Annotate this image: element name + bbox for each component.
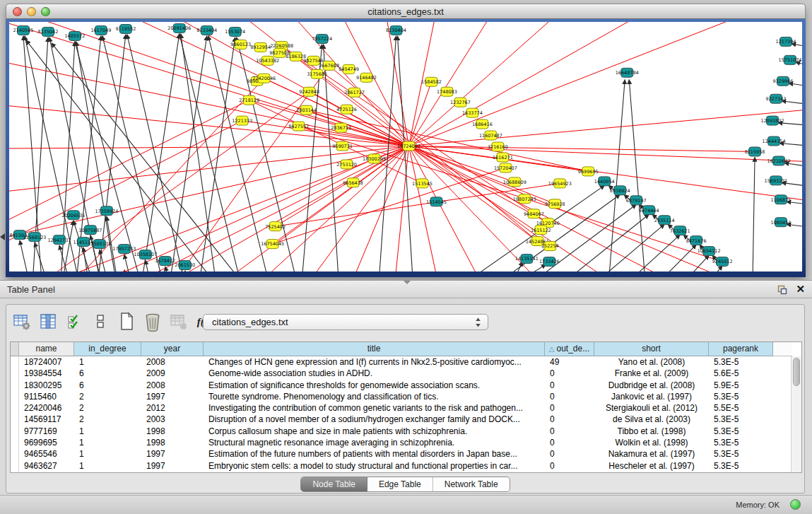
graph-node[interactable]: 1514545 — [426, 197, 447, 206]
cell-year[interactable]: 2012 — [141, 402, 204, 414]
graph-node[interactable]: 1553074 — [225, 27, 245, 36]
cell-in-degree[interactable]: 1 — [74, 437, 141, 448]
graph-node[interactable]: 1584582 — [421, 77, 442, 86]
cell-short[interactable]: Yano et al. (2008) — [594, 356, 709, 368]
header-year[interactable]: year — [141, 342, 204, 356]
graph-node[interactable]: 6879197 — [626, 196, 647, 205]
graph-node[interactable]: 2753120 — [336, 160, 357, 169]
header-name[interactable]: name — [19, 342, 74, 356]
cell-title[interactable]: Estimation of significance thresholds fo… — [204, 380, 545, 391]
cell-in-degree[interactable]: 1 — [74, 448, 141, 460]
cell-year[interactable]: 1997 — [141, 448, 204, 460]
cell-short[interactable]: Dudbridge et al. (2008) — [594, 380, 709, 391]
graph-node[interactable]: 15751074 — [779, 55, 802, 64]
cell-year[interactable]: 1998 — [141, 437, 204, 448]
graph-node[interactable]: 16648784 — [616, 68, 639, 77]
graph-node[interactable]: 7525402 — [265, 222, 286, 231]
graph-node[interactable]: 1617049 — [90, 25, 111, 35]
memory-ok-icon[interactable] — [790, 499, 801, 510]
graph-node[interactable]: 1217394 — [776, 37, 796, 46]
cell-out-degree[interactable]: 0 — [545, 391, 594, 402]
cell-pagerank[interactable]: 5.9E-5 — [709, 380, 773, 391]
table-row[interactable]: 977716911998Corpus callosum shape and si… — [11, 426, 801, 437]
table-select-combobox[interactable]: citations_edges.txt — [203, 314, 488, 330]
cell-title[interactable]: Estimation of the future numbers of pati… — [204, 448, 545, 460]
cell-year[interactable]: 2008 — [141, 380, 204, 391]
graph-node[interactable]: 15720407 — [494, 163, 517, 173]
header-out-degree[interactable]: △out_de... — [545, 342, 594, 356]
cell-in-degree[interactable]: 2 — [74, 391, 141, 402]
graph-node[interactable]: 1633774 — [462, 108, 483, 117]
cell-pagerank[interactable]: 5.3E-5 — [709, 426, 773, 437]
cell-title[interactable]: Investigating the contribution of common… — [204, 402, 545, 414]
cell-name[interactable]: 9699695 — [19, 437, 74, 448]
graph-node[interactable]: 12093832 — [761, 116, 784, 125]
cell-short[interactable]: Hescheler et al. (1997) — [594, 460, 709, 472]
cell-year[interactable]: 1998 — [141, 426, 204, 437]
cell-name[interactable]: 19384554 — [19, 368, 74, 379]
graph-node[interactable]: 9756928 — [545, 199, 565, 209]
graph-node[interactable]: 10358107 — [134, 250, 157, 259]
table-row[interactable]: 1938455462009Genome-wide association stu… — [11, 368, 801, 379]
cell-pagerank[interactable]: 5.3E-5 — [709, 414, 773, 425]
table-row[interactable]: 946554611997Estimation of the future num… — [11, 448, 801, 460]
cell-pagerank[interactable]: 5.3E-5 — [709, 391, 773, 402]
graph-node[interactable]: 9590731 — [332, 141, 353, 151]
header-pagerank[interactable]: pagerank — [709, 342, 773, 356]
cell-out-degree[interactable]: 0 — [545, 460, 594, 472]
cell-title[interactable]: Changes of HCN gene expression and I(f) … — [204, 356, 545, 368]
graph-node[interactable]: 15693231 — [765, 176, 788, 185]
cell-pagerank[interactable]: 5.3E-5 — [709, 460, 773, 472]
graph-node[interactable]: 16210643 — [767, 156, 791, 165]
graph-node[interactable]: 9474444 — [639, 206, 659, 215]
graph-node[interactable]: 1221333 — [232, 116, 252, 125]
graph-node[interactable]: 7632621 — [670, 226, 690, 235]
cell-short[interactable]: Wolkin et al. (1998) — [594, 437, 709, 448]
graph-node[interactable]: 19654923 — [548, 179, 572, 188]
cell-title[interactable]: Genome-wide association studies in ADHD. — [204, 368, 545, 379]
table-row[interactable]: 969969511998Structural magnetic resonanc… — [11, 437, 801, 448]
graph-node[interactable]: 14135141 — [515, 255, 539, 264]
graph-node[interactable]: 9329966 — [773, 76, 794, 86]
graph-node[interactable]: 2836712 — [331, 123, 351, 132]
cell-pagerank[interactable]: 5.6E-5 — [709, 368, 773, 379]
node-table[interactable]: name in_degree year title △out_de... sho… — [10, 341, 802, 473]
graph-node[interactable]: 1748083 — [437, 87, 457, 96]
cell-name[interactable]: 14569117 — [19, 414, 74, 425]
graph-node[interactable]: 9227343 — [766, 94, 787, 103]
cell-out-degree[interactable]: 0 — [545, 426, 594, 437]
cell-out-degree[interactable]: 0 — [545, 414, 594, 425]
new-document-icon[interactable] — [117, 312, 136, 332]
network-window-titlebar[interactable]: citations_edges.txt — [6, 4, 806, 19]
graph-node[interactable]: 8130404 — [386, 25, 406, 35]
graph-node[interactable]: 1405572 — [64, 31, 85, 40]
graph-node[interactable]: 9119552 — [115, 24, 136, 33]
cell-in-degree[interactable]: 1 — [74, 426, 141, 437]
cell-out-degree[interactable]: 0 — [545, 402, 594, 414]
cell-name[interactable]: 9463627 — [19, 460, 74, 472]
float-panel-icon[interactable] — [777, 284, 788, 296]
cell-out-degree[interactable]: 0 — [545, 437, 594, 448]
table-settings-icon[interactable] — [12, 312, 32, 332]
graph-node[interactable]: 17359924 — [95, 206, 118, 216]
graph-node[interactable]: 20091406 — [167, 23, 191, 33]
panel-collapse-arrow-icon[interactable] — [0, 233, 5, 240]
graph-node[interactable]: 1615122 — [531, 226, 551, 235]
graph-node[interactable]: 12942737 — [47, 235, 71, 245]
tab-node-table[interactable]: Node Table — [301, 477, 367, 491]
table-row[interactable]: 911546021997Tourette syndrome. Phenomeno… — [11, 391, 801, 402]
table-row[interactable]: 1456911722003Disruption of a novel membe… — [11, 414, 801, 425]
cell-out-degree[interactable]: 0 — [545, 448, 594, 460]
cell-name[interactable]: 9115460 — [19, 391, 74, 402]
select-all-checks-icon[interactable] — [64, 312, 84, 332]
cell-in-degree[interactable]: 2 — [74, 402, 141, 414]
cell-year[interactable]: 2008 — [141, 356, 204, 368]
cell-year[interactable]: 2003 — [141, 414, 204, 425]
delete-trash-icon[interactable] — [143, 312, 163, 332]
table-row[interactable]: 946362711997Embryonic stem cells: a mode… — [11, 460, 801, 472]
graph-node[interactable]: 20206535 — [61, 211, 85, 220]
graph-node[interactable]: 8471676 — [686, 236, 707, 245]
table-scrollbar-thumb[interactable] — [793, 358, 800, 386]
cell-year[interactable]: 2009 — [141, 368, 204, 379]
list-boxes-icon[interactable] — [90, 312, 110, 332]
